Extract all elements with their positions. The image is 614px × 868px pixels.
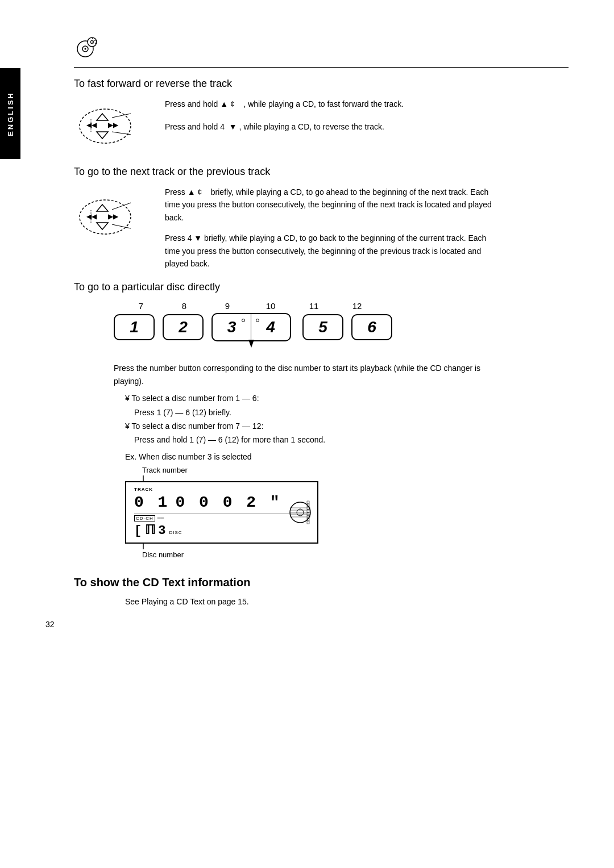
next-track-callout-1: Press ▲ ¢ briefly, while playing a CD, t… (165, 186, 495, 224)
svg-marker-25 (248, 340, 254, 348)
svg-point-6 (94, 40, 96, 41)
svg-text:◀◀: ◀◀ (86, 121, 97, 129)
next-track-diagram: ▶▶ ◀◀ (74, 186, 136, 244)
cd-text-heading: To show the CD Text information (45, 576, 569, 589)
bullet-symbol-2: ¥ (125, 422, 131, 431)
disc-upper-num-7: 7 (119, 301, 163, 311)
disc-sup-label: DISC (169, 530, 182, 535)
svg-text:▶▶: ▶▶ (108, 121, 119, 129)
bullet-text-1: To select a disc number from 1 — 6: (131, 394, 259, 403)
next-track-heading: To go to the next track or the previous … (45, 166, 569, 178)
next-track-callout-2: Press 4 ▼ briefly, while playing a CD, t… (165, 232, 495, 270)
top-divider (74, 67, 569, 68)
disc-bullets: ¥ To select a disc number from 1 — 6: Pr… (45, 392, 569, 446)
next-track-section: ▶▶ ◀◀ Press ▲ ¢ briefly, while playing a… (45, 186, 569, 270)
disc-btn-5[interactable]: 5 (302, 314, 343, 340)
disc-upper-numbers: 7 8 9 10 11 12 (114, 301, 569, 311)
display-right-graphic (289, 488, 312, 537)
ff-callout2-rest: , while playing a CD, to reverse the tra… (239, 122, 384, 131)
svg-point-5 (92, 41, 93, 43)
disc-desc-text: Press the number button corresponding to… (114, 362, 512, 387)
bullet-symbol-1: ¥ (125, 394, 131, 403)
bullet-sub-1: Press 1 (7) — 6 (12) briefly. (125, 406, 569, 419)
display-disc-3: 3 (158, 524, 167, 538)
svg-line-15 (112, 114, 131, 118)
display-cd-graphic (289, 495, 312, 529)
cd-text-content: See Playing a CD Text on page 15. (45, 597, 569, 606)
btn3-indicator (242, 319, 245, 322)
display-disc-row: [ ℿ 3 DISC (134, 523, 309, 538)
disc-btn-3[interactable]: 3 (213, 314, 251, 340)
next-callout2-symbol: ▼ (194, 233, 204, 243)
disc-btn-2[interactable]: 2 (163, 314, 204, 340)
track-number-label: Track number (125, 466, 188, 474)
bullet-sub-text-2: Press and hold 1 (7) — 6 (12) for more t… (134, 435, 325, 444)
display-container: Track number TRACK 0 1 0 0 0 2 ″ CD-CH (125, 466, 569, 559)
ff-callouts: Press and hold ▲ ¢ , while playing a CD,… (74, 98, 569, 133)
track-arrow-line (125, 475, 144, 481)
disc-number-label: Disc number (125, 550, 184, 559)
ff-device-diagram: ▶▶ ◀◀ (74, 98, 136, 151)
track-small-label: TRACK (134, 487, 153, 492)
bullet-item-2: ¥ To select a disc number from 7 — 12: (125, 420, 569, 432)
next-callout1-pre: Press (165, 187, 185, 197)
display-cd-row: CD-CH ══ (134, 513, 309, 521)
disc-upper-num-10: 10 (249, 301, 292, 311)
next-track-callouts: Press ▲ ¢ briefly, while playing a CD, t… (74, 186, 569, 270)
language-sidebar: ENGLISH (0, 68, 20, 159)
svg-line-23 (112, 203, 131, 210)
svg-point-7 (95, 43, 96, 44)
disc-buttons-row: 1 2 3 4 (114, 313, 569, 341)
bullet-item-1: ¥ To select a disc number from 1 — 6: (125, 392, 569, 404)
svg-point-8 (92, 38, 93, 39)
remote-diagram-next: ▶▶ ◀◀ (74, 186, 136, 243)
next-callout1-rest: briefly, while playing a CD, to go ahead… (165, 187, 492, 222)
disc-btn-1[interactable]: 1 (114, 314, 155, 340)
ff-callout-1: Press and hold ▲ ¢ , while playing a CD,… (165, 98, 569, 110)
display-disc-bracket-left: [ (134, 524, 143, 538)
top-icon-area (45, 34, 569, 61)
bullet-sub-text-1: Press 1 (7) — 6 (12) briefly. (134, 408, 231, 417)
page-number: 32 (45, 620, 55, 629)
ff-callout-2: Press and hold 4 ▼ , while playing a CD,… (165, 120, 569, 133)
disc-upper-num-8: 8 (163, 301, 206, 311)
ff-callout2-symbol: ▼ (227, 122, 237, 131)
disc-btn-6[interactable]: 6 (351, 314, 392, 340)
language-label: ENGLISH (6, 91, 15, 136)
display-row-1: TRACK (134, 487, 309, 492)
next-callout1-symbol: ▲ ¢ (188, 187, 209, 197)
disc-btn-group-34: 3 4 (211, 313, 291, 341)
fast-forward-heading: To fast forward or reverse the track (45, 78, 569, 90)
disc-arrow-line (125, 544, 144, 549)
btn4-indicator-left (256, 319, 259, 322)
disc-description: Press the number button corresponding to… (45, 362, 512, 387)
svg-marker-11 (97, 132, 108, 139)
display-track-num: 0 1 (134, 494, 169, 511)
ff-callout2-pre: Press and hold 4 (165, 122, 225, 131)
disc-upper-num-11: 11 (292, 301, 335, 311)
cd-text-description: See Playing a CD Text on page 15. (125, 597, 569, 606)
cd-remote-icon (74, 34, 101, 61)
disc-upper-num-9: 9 (206, 301, 249, 311)
disc-btn-4[interactable]: 4 (251, 314, 290, 340)
bullet-sub-2: Press and hold 1 (7) — 6 (12) for more t… (125, 433, 569, 446)
disc-direct-heading: To go to a particular disc directly (45, 281, 569, 293)
disc-upper-num-12: 12 (335, 301, 379, 311)
cd-ch-label: CD-CH (134, 515, 155, 521)
display-main-row: 0 1 0 0 0 2 ″ (134, 494, 309, 511)
display-screen: TRACK 0 1 0 0 0 2 ″ CD-CH ══ [ ℿ 3 (125, 481, 318, 544)
ff-callout1-rest: , while playing a CD, to fast forward th… (243, 99, 404, 108)
remote-diagram-ff: ▶▶ ◀◀ (74, 98, 136, 149)
disc-group-arrow (246, 340, 257, 353)
svg-marker-10 (97, 114, 108, 120)
fast-forward-section: ▶▶ ◀◀ Press and hold ▲ ¢ , while playing… (45, 98, 569, 155)
ff-callout1-pre: Press and hold (165, 99, 218, 108)
display-disc-num: ℿ (145, 523, 156, 538)
next-callout2-rest: briefly, while playing a CD, to go back … (165, 233, 486, 268)
svg-point-2 (85, 48, 86, 50)
disc-buttons-section: 7 8 9 10 11 12 1 2 3 (45, 301, 569, 341)
next-callout2-pre: Press 4 (165, 233, 192, 243)
ff-callout1-symbol: ▲ ¢ (220, 99, 241, 108)
svg-marker-18 (97, 205, 108, 211)
example-section: Ex. When disc number 3 is selected Track… (45, 452, 569, 559)
